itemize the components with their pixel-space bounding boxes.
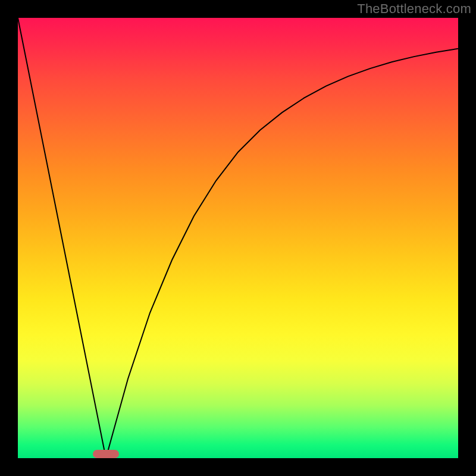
curve-svg [18,18,458,458]
optimal-marker [93,450,119,458]
bottleneck-curve [18,18,458,458]
watermark-text: TheBottleneck.com [357,1,471,17]
plot-area [18,18,458,458]
chart-frame: TheBottleneck.com [0,0,476,476]
